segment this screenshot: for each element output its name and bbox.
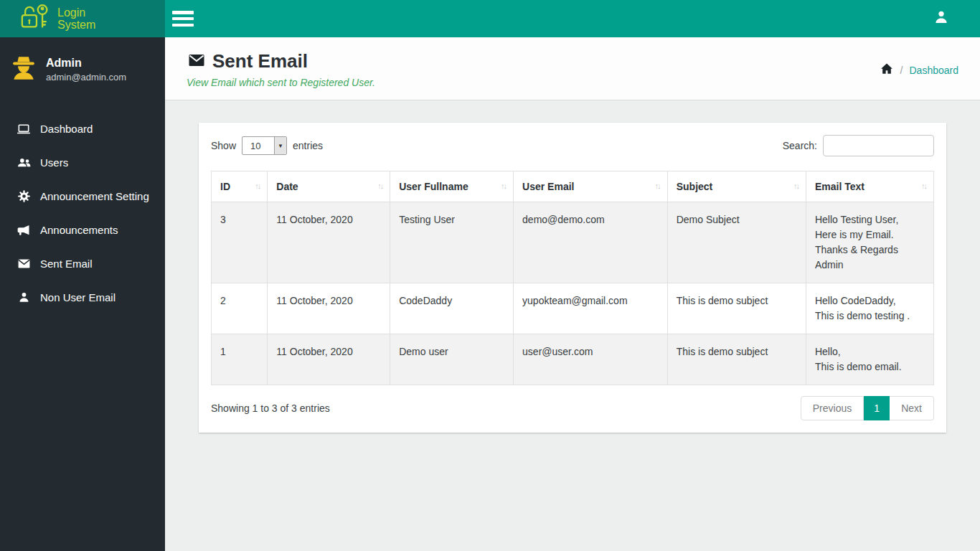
column-header-id[interactable]: ID↑↓ — [212, 171, 268, 202]
cell-subject: This is demo subject — [667, 283, 806, 334]
show-label: Show — [211, 140, 236, 151]
envelope-title-icon — [187, 52, 207, 72]
table-header-row: ID↑↓ Date↑↓ User Fullname↑↓ User Email↑↓… — [212, 171, 934, 202]
users-icon — [14, 155, 33, 170]
cell-email: yupokteam@gmail.com — [514, 283, 668, 334]
home-icon[interactable] — [880, 62, 894, 79]
column-header-date[interactable]: Date↑↓ — [268, 171, 390, 202]
page-length-control: Show 10 ▼ entries — [211, 136, 323, 155]
cell-email-text: Hello, This is demo email. — [806, 334, 933, 385]
table-row: 3 11 October, 2020 Testing User demo@dem… — [212, 202, 934, 283]
cell-email: demo@demo.com — [514, 202, 668, 283]
sort-icon: ↑↓ — [377, 182, 382, 190]
sent-email-table: ID↑↓ Date↑↓ User Fullname↑↓ User Email↑↓… — [211, 171, 934, 385]
page-header: Sent Email View Email which sent to Regi… — [165, 37, 980, 100]
cell-fullname: CodeDaddy — [390, 283, 514, 334]
cell-email: user@user.com — [514, 334, 668, 385]
cell-fullname: Testing User — [390, 202, 514, 283]
previous-page-button[interactable]: Previous — [801, 396, 864, 420]
search-control: Search: — [783, 135, 934, 156]
sort-icon: ↑↓ — [501, 182, 506, 190]
gear-icon — [14, 189, 33, 203]
laptop-icon — [14, 122, 33, 136]
sort-icon: ↑↓ — [255, 182, 260, 190]
page-length-value: 10 — [242, 137, 274, 154]
lock-key-icon — [20, 2, 52, 35]
content-area: Show 10 ▼ entries Search: ID↑↓ Date↑↓ — [165, 101, 980, 551]
cell-email-text: Hello Testing User, Here is my Email. Th… — [806, 202, 933, 283]
sidebar: Admin admin@admin.com Dashboard Users — [0, 37, 165, 551]
sidebar-item-announcement-setting[interactable]: Announcement Setting — [0, 179, 165, 213]
table-info: Showing 1 to 3 of 3 entries — [211, 402, 330, 414]
column-header-email[interactable]: User Email↑↓ — [514, 171, 668, 202]
page-subtitle: View Email which sent to Registered User… — [187, 77, 958, 88]
sidebar-item-sent-email[interactable]: Sent Email — [0, 247, 165, 281]
page-length-select[interactable]: 10 ▼ — [242, 136, 287, 155]
admin-name: Admin — [46, 57, 126, 70]
cell-id: 1 — [212, 334, 268, 385]
envelope-icon — [14, 257, 33, 270]
cell-date: 11 October, 2020 — [268, 202, 390, 283]
admin-profile: Admin admin@admin.com — [0, 37, 165, 99]
datatable-card: Show 10 ▼ entries Search: ID↑↓ Date↑↓ — [199, 123, 946, 433]
cell-fullname: Demo user — [390, 334, 514, 385]
column-header-subject[interactable]: Subject↑↓ — [667, 171, 806, 202]
sidebar-item-announcements[interactable]: Announcements — [0, 213, 165, 247]
page-number-button[interactable]: 1 — [864, 396, 890, 420]
cell-date: 11 October, 2020 — [268, 283, 390, 334]
person-icon — [14, 291, 33, 304]
admin-email: admin@admin.com — [46, 72, 126, 83]
pagination: Previous 1 Next — [801, 396, 934, 420]
spy-avatar-icon — [10, 55, 37, 85]
app-logo[interactable]: Login System — [0, 0, 165, 37]
page-title: Sent Email — [212, 50, 308, 72]
cell-subject: Demo Subject — [667, 202, 806, 283]
user-icon — [933, 9, 950, 29]
cell-date: 11 October, 2020 — [268, 334, 390, 385]
sidebar-item-dashboard[interactable]: Dashboard — [0, 112, 165, 146]
bullhorn-icon — [14, 223, 33, 237]
user-menu-button[interactable] — [933, 9, 950, 29]
breadcrumb-link-dashboard[interactable]: Dashboard — [910, 65, 959, 76]
sidebar-item-users[interactable]: Users — [0, 146, 165, 179]
sidebar-item-non-user-email[interactable]: Non User Email — [0, 281, 165, 314]
cell-id: 3 — [212, 202, 268, 283]
app-title: Login System — [57, 6, 95, 31]
column-header-email-text[interactable]: Email Text↑↓ — [806, 171, 933, 202]
table-row: 1 11 October, 2020 Demo user user@user.c… — [212, 334, 934, 385]
sort-icon: ↑↓ — [921, 182, 926, 190]
entries-label: entries — [293, 140, 323, 151]
topbar: Login System — [0, 0, 980, 37]
sort-icon: ↑↓ — [655, 182, 660, 190]
table-row: 2 11 October, 2020 CodeDaddy yupokteam@g… — [212, 283, 934, 334]
search-input[interactable] — [823, 135, 934, 156]
next-page-button[interactable]: Next — [890, 396, 934, 420]
breadcrumb: / Dashboard — [880, 62, 958, 79]
cell-id: 2 — [212, 283, 268, 334]
search-label: Search: — [783, 140, 817, 151]
cell-email-text: Hello CodeDaddy, This is demo testing . — [806, 283, 933, 334]
cell-subject: This is demo subject — [667, 334, 806, 385]
sort-icon: ↑↓ — [793, 182, 798, 190]
column-header-fullname[interactable]: User Fullname↑↓ — [390, 171, 514, 202]
sidebar-menu: Dashboard Users — [0, 112, 165, 314]
chevron-down-icon: ▼ — [274, 137, 286, 154]
menu-toggle-button[interactable] — [172, 11, 194, 27]
breadcrumb-separator: / — [900, 65, 903, 76]
